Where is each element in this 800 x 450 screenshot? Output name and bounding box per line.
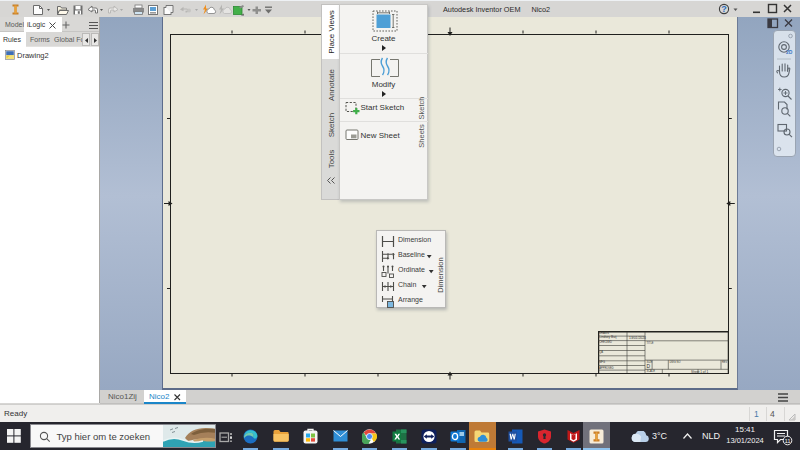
svg-text:2D: 2D xyxy=(786,49,793,55)
svg-text:SCALE: SCALE xyxy=(647,369,656,373)
svg-text:13/01/2024: 13/01/2024 xyxy=(629,335,646,339)
svg-text:?: ? xyxy=(721,4,727,14)
svg-text:Lindsey Buij: Lindsey Buij xyxy=(599,335,616,339)
svg-text:APPROVED: APPROVED xyxy=(599,365,614,369)
svg-text:MFG: MFG xyxy=(599,360,605,364)
svg-text:Sheet 1 of 1: Sheet 1 of 1 xyxy=(691,369,708,373)
svg-text:11: 11 xyxy=(784,438,791,444)
svg-text:REV: REV xyxy=(722,359,728,363)
svg-text:DWG NO: DWG NO xyxy=(670,359,681,363)
svg-text:D: D xyxy=(647,362,651,368)
svg-text:QA: QA xyxy=(599,350,603,354)
svg-text:TITLE: TITLE xyxy=(647,340,654,344)
svg-text:CHECKED: CHECKED xyxy=(599,340,612,344)
